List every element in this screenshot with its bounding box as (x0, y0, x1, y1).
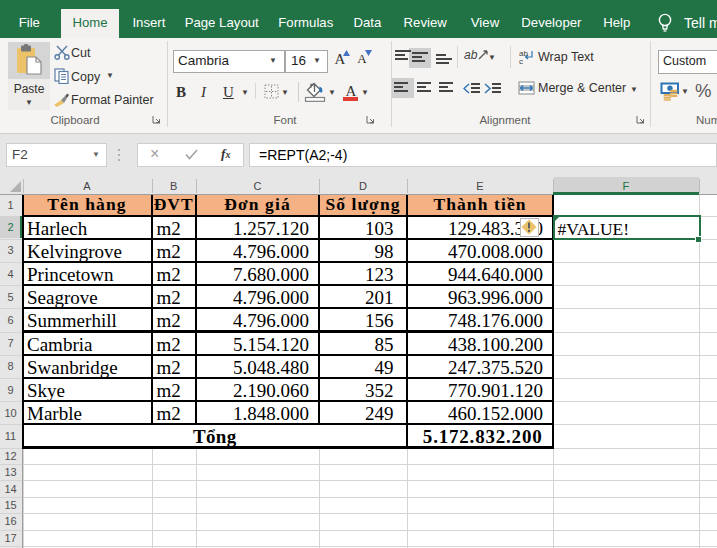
svg-text:c: c (519, 57, 523, 64)
